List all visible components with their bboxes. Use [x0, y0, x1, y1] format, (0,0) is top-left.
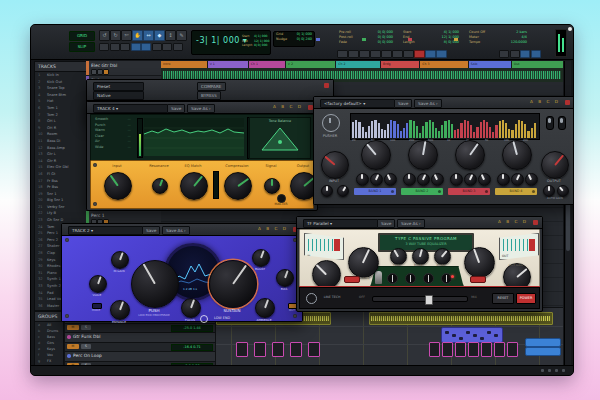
band-small-knob[interactable] [384, 173, 397, 186]
transport-button-5[interactable] [392, 50, 403, 58]
lowend-knob-focus[interactable] [181, 298, 201, 318]
band-label[interactable]: BAND 1 [354, 188, 396, 195]
audio-clip[interactable] [369, 312, 553, 325]
band-small-knob[interactable] [403, 173, 416, 186]
pusher-small-knob[interactable] [321, 185, 333, 197]
tubeeq-high-knob[interactable] [464, 247, 495, 278]
small-toggle-7[interactable] [173, 43, 183, 51]
midi-button-0[interactable] [499, 50, 509, 58]
sidebar-track-item[interactable]: 14Gtr R [35, 158, 87, 165]
masterplan-knob-eq-match[interactable] [180, 172, 208, 200]
lowend-knob-ambience[interactable] [255, 298, 275, 318]
scroll-nav-button[interactable] [548, 369, 551, 372]
transport-button-1[interactable] [348, 50, 359, 58]
audio-clip-blue[interactable] [525, 347, 561, 356]
bottom-track-header[interactable]: Gtr Funk DblMS-16.4 0.71 [64, 332, 216, 350]
sidebar-track-item[interactable]: 19Snr 1 [35, 191, 87, 198]
band-small-knob[interactable] [417, 173, 430, 186]
midi-clip-small[interactable] [468, 342, 479, 357]
sidebar-track-item[interactable]: 13Gtr L [35, 151, 87, 158]
power-switch[interactable] [558, 116, 566, 130]
masterplan-preset-select[interactable]: TRACK 4 ▾ [93, 104, 168, 113]
close-icon[interactable] [533, 220, 538, 225]
tubeeq-small-knob-atten[interactable] [434, 248, 451, 265]
band-solo-dot[interactable] [532, 190, 535, 193]
small-toggle-0[interactable] [99, 43, 109, 51]
sidebar-track-item[interactable]: 16Fl Gt [35, 171, 87, 178]
sidebar-track-item[interactable]: 22Lfy B [35, 210, 87, 217]
power-switch[interactable] [546, 116, 554, 130]
midi-button-1[interactable] [510, 50, 520, 58]
mix-slider[interactable] [372, 296, 468, 302]
audio-clip-blue[interactable] [525, 338, 561, 347]
midi-clip-small[interactable] [236, 342, 248, 357]
masterplan-knob-resonance[interactable] [152, 178, 168, 194]
small-toggle-3[interactable] [131, 43, 141, 51]
sidebar-track-item[interactable]: 1Kick In [35, 72, 87, 79]
midi-clip-small[interactable] [290, 342, 302, 357]
band-label[interactable]: BAND 2 [401, 188, 443, 195]
tubeeq-low-knob[interactable] [348, 247, 379, 278]
lowend-knob-enhance[interactable] [110, 300, 130, 320]
pusher-save-button[interactable]: Save [394, 99, 412, 108]
band-main-knob[interactable] [361, 140, 391, 170]
small-toggle-4[interactable] [141, 43, 151, 51]
sidebar-track-item[interactable]: 10Room [35, 131, 87, 138]
solo-chip[interactable]: S [81, 344, 91, 349]
transport-button-7[interactable] [414, 50, 425, 58]
mode-chip-slip[interactable]: SLIP [69, 42, 95, 52]
band-main-knob[interactable] [502, 140, 532, 170]
sidebar-track-item[interactable]: 3Snare Top [35, 85, 87, 92]
sidebar-track-item[interactable]: 18Pr Bss [35, 184, 87, 191]
small-toggle-2[interactable] [120, 43, 130, 51]
trimmer-knob[interactable] [387, 273, 398, 284]
mute-button[interactable] [103, 69, 109, 75]
midi-clip[interactable] [441, 327, 503, 343]
marker-segment[interactable]: V 2 [286, 61, 335, 68]
tool-button-0[interactable]: ↺ [99, 30, 110, 41]
band-label[interactable]: BAND 4 [495, 188, 537, 195]
tool-button-5[interactable]: ◆ [154, 30, 165, 41]
tool-button-7[interactable]: ✎ [176, 30, 187, 41]
tool-button-2[interactable]: ✄ [121, 30, 132, 41]
midi-clip-small[interactable] [455, 342, 466, 357]
masterplan-knob-signal[interactable] [264, 178, 280, 194]
band-main-knob[interactable] [455, 140, 485, 170]
tracks-sidebar-header[interactable]: TRACKS [35, 62, 87, 72]
compare-button[interactable]: COMPARE [197, 82, 226, 91]
sidebar-track-item[interactable]: 20Big Snr 1 [35, 197, 87, 204]
close-icon[interactable] [565, 100, 570, 105]
trimmer-knob[interactable] [405, 273, 416, 284]
mute-chip[interactable]: M [67, 325, 79, 330]
sidebar-track-item[interactable]: 11Bass DI [35, 138, 87, 145]
sidebar-track-item[interactable]: 6Tom 1 [35, 105, 87, 112]
midi-clip-small[interactable] [272, 342, 284, 357]
pusher-small-knob[interactable] [337, 185, 349, 197]
marker-segment[interactable]: Solo [469, 61, 511, 68]
small-toggle-5[interactable] [152, 43, 162, 51]
transport-button-9[interactable] [436, 50, 447, 58]
track-header-row[interactable]: Elec Gtr Dbl [86, 61, 161, 76]
sidebar-track-item[interactable]: 15Elec Gtr Dbl [35, 164, 87, 171]
band-small-knob[interactable] [478, 173, 491, 186]
band-small-knob[interactable] [511, 173, 524, 186]
sidebar-track-item[interactable]: 4Snare Btm [35, 92, 87, 99]
groups-panel-header[interactable]: GROUPS [35, 312, 63, 322]
transport-button-8[interactable] [425, 50, 436, 58]
pusher-input-knob[interactable] [321, 151, 349, 179]
sidebar-track-item[interactable]: 21Verby Snr [35, 204, 87, 211]
solo-chip[interactable]: S [81, 325, 91, 330]
masterplan-save-as-button[interactable]: Save As › [187, 104, 215, 113]
tool-button-4[interactable]: ↔ [143, 30, 154, 41]
comp-in-switch[interactable] [470, 276, 486, 283]
marker-segment[interactable]: Ch 2 [336, 61, 380, 68]
close-icon[interactable] [324, 83, 329, 88]
lowend-knob-in-gain[interactable] [111, 251, 129, 269]
reset-button[interactable]: RESET [492, 293, 514, 304]
tubeeq-compare-letters[interactable]: A B C D [498, 219, 528, 224]
sidebar-track-item[interactable]: 12Bass Amp [35, 145, 87, 152]
tubeeq-small-knob-freq[interactable] [390, 248, 407, 265]
masterplan-knob-compression[interactable] [224, 172, 252, 200]
transport-button-4[interactable] [381, 50, 392, 58]
mute-chip[interactable]: M [67, 344, 79, 349]
